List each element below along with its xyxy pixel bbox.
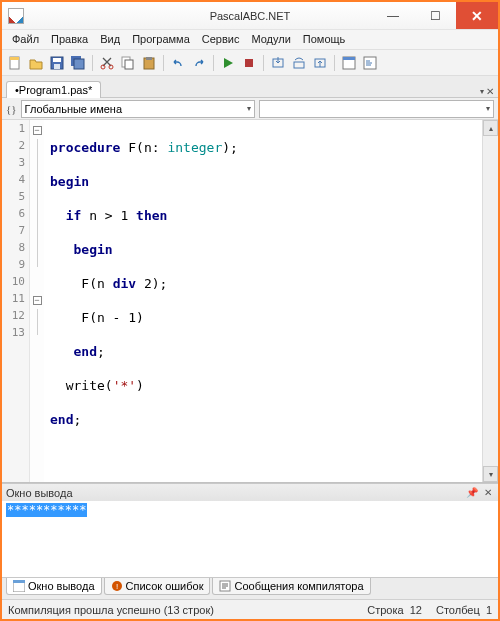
- open-file-icon[interactable]: [27, 54, 45, 72]
- status-col: Столбец 1: [436, 604, 492, 616]
- form-designer-icon[interactable]: [340, 54, 358, 72]
- editor-area: 1 2 3 4 5 6 7 8 9 10 11 12 13 − −: [2, 120, 498, 483]
- status-line: Строка 12: [367, 604, 422, 616]
- tab-close-icon[interactable]: ✕: [486, 86, 494, 97]
- fold-line: [37, 224, 38, 241]
- scope-combo[interactable]: Глобальные имена ▾: [21, 100, 256, 118]
- fold-line: [37, 309, 38, 326]
- line-number: 11: [2, 292, 29, 309]
- menu-file[interactable]: Файл: [8, 32, 43, 47]
- svg-rect-6: [74, 59, 84, 69]
- menu-view[interactable]: Вид: [96, 32, 124, 47]
- svg-rect-13: [245, 59, 253, 67]
- menubar: Файл Правка Вид Программа Сервис Модули …: [2, 30, 498, 50]
- fold-toggle-icon[interactable]: −: [33, 126, 42, 135]
- svg-rect-18: [343, 57, 355, 60]
- output-tab-icon: [13, 580, 25, 592]
- line-number: 9: [2, 258, 29, 275]
- toolbar-sep: [92, 55, 93, 71]
- document-tabs: •Program1.pas* ▾ ✕: [2, 76, 498, 98]
- svg-rect-3: [53, 58, 61, 62]
- tab-output[interactable]: Окно вывода: [6, 578, 102, 595]
- vertical-scrollbar[interactable]: ▴ ▾: [482, 120, 498, 482]
- toolbar-sep: [213, 55, 214, 71]
- maximize-button[interactable]: ☐: [414, 2, 456, 29]
- bottom-tabs: Окно вывода ! Список ошибок Сообщения ко…: [2, 577, 498, 599]
- menu-program[interactable]: Программа: [128, 32, 194, 47]
- app-icon: [8, 8, 24, 24]
- output-panel-header: Окно вывода 📌 ✕: [2, 483, 498, 501]
- cut-icon[interactable]: [98, 54, 116, 72]
- step-over-icon[interactable]: [290, 54, 308, 72]
- redo-icon[interactable]: [190, 54, 208, 72]
- run-icon[interactable]: [219, 54, 237, 72]
- menu-service[interactable]: Сервис: [198, 32, 244, 47]
- tab-compiler[interactable]: Сообщения компилятора: [212, 578, 370, 595]
- svg-text:!: !: [115, 582, 117, 591]
- navigation-bar: {} Глобальные имена ▾ ▾: [2, 98, 498, 120]
- chevron-down-icon: ▾: [247, 104, 251, 113]
- fold-toggle-icon[interactable]: −: [33, 296, 42, 305]
- save-all-icon[interactable]: [69, 54, 87, 72]
- line-number: 4: [2, 173, 29, 190]
- fold-line: [37, 139, 38, 156]
- fold-line: [37, 241, 38, 258]
- code-editor[interactable]: procedure F(n: integer); begin if n > 1 …: [44, 120, 482, 482]
- member-combo[interactable]: ▾: [259, 100, 494, 118]
- line-gutter: 1 2 3 4 5 6 7 8 9 10 11 12 13: [2, 120, 30, 482]
- line-number: 6: [2, 207, 29, 224]
- undo-icon[interactable]: [169, 54, 187, 72]
- line-number: 5: [2, 190, 29, 207]
- line-number: 8: [2, 241, 29, 258]
- scroll-up-icon[interactable]: ▴: [483, 120, 498, 136]
- toolbar: [2, 50, 498, 76]
- line-number: 13: [2, 326, 29, 343]
- line-number: 2: [2, 139, 29, 156]
- toolbar-sep: [263, 55, 264, 71]
- close-panel-icon[interactable]: ✕: [482, 487, 494, 499]
- tab-label: Сообщения компилятора: [234, 580, 363, 592]
- step-out-icon[interactable]: [311, 54, 329, 72]
- line-number: 7: [2, 224, 29, 241]
- window-controls: — ☐ ✕: [372, 2, 498, 29]
- output-title: Окно вывода: [6, 487, 73, 499]
- new-file-icon[interactable]: [6, 54, 24, 72]
- menu-modules[interactable]: Модули: [247, 32, 294, 47]
- svg-rect-21: [13, 580, 25, 583]
- step-into-icon[interactable]: [269, 54, 287, 72]
- stop-icon[interactable]: [240, 54, 258, 72]
- svg-rect-1: [10, 57, 19, 60]
- fold-line: [37, 258, 38, 267]
- toolbar-sep: [334, 55, 335, 71]
- copy-icon[interactable]: [119, 54, 137, 72]
- svg-rect-12: [146, 57, 152, 60]
- line-number: 12: [2, 309, 29, 326]
- scroll-down-icon[interactable]: ▾: [483, 466, 498, 482]
- close-button[interactable]: ✕: [456, 2, 498, 29]
- menu-edit[interactable]: Правка: [47, 32, 92, 47]
- status-text: Компиляция прошла успешно (13 строк): [8, 604, 214, 616]
- save-file-icon[interactable]: [48, 54, 66, 72]
- status-right: Строка 12 Столбец 1: [367, 604, 492, 616]
- output-panel[interactable]: ***********: [2, 501, 498, 577]
- svg-rect-15: [294, 62, 304, 68]
- minimize-button[interactable]: —: [372, 2, 414, 29]
- tab-dropdown-icon[interactable]: ▾: [480, 87, 484, 96]
- tab-label: Окно вывода: [28, 580, 95, 592]
- scope-combo-text: Глобальные имена: [25, 103, 123, 115]
- braces-icon: {}: [6, 103, 17, 115]
- paste-icon[interactable]: [140, 54, 158, 72]
- fold-line: [37, 207, 38, 224]
- document-tab[interactable]: •Program1.pas*: [6, 81, 101, 98]
- statusbar: Компиляция прошла успешно (13 строк) Стр…: [2, 599, 498, 619]
- menu-help[interactable]: Помощь: [299, 32, 350, 47]
- tab-errors[interactable]: ! Список ошибок: [104, 578, 211, 595]
- pin-icon[interactable]: 📌: [466, 487, 478, 499]
- toolbar-sep: [163, 55, 164, 71]
- code-icon[interactable]: [361, 54, 379, 72]
- fold-column: − −: [30, 120, 44, 482]
- svg-rect-4: [54, 64, 60, 69]
- errors-tab-icon: !: [111, 580, 123, 592]
- output-text: ***********: [6, 503, 87, 517]
- titlebar: PascalABC.NET — ☐ ✕: [2, 2, 498, 30]
